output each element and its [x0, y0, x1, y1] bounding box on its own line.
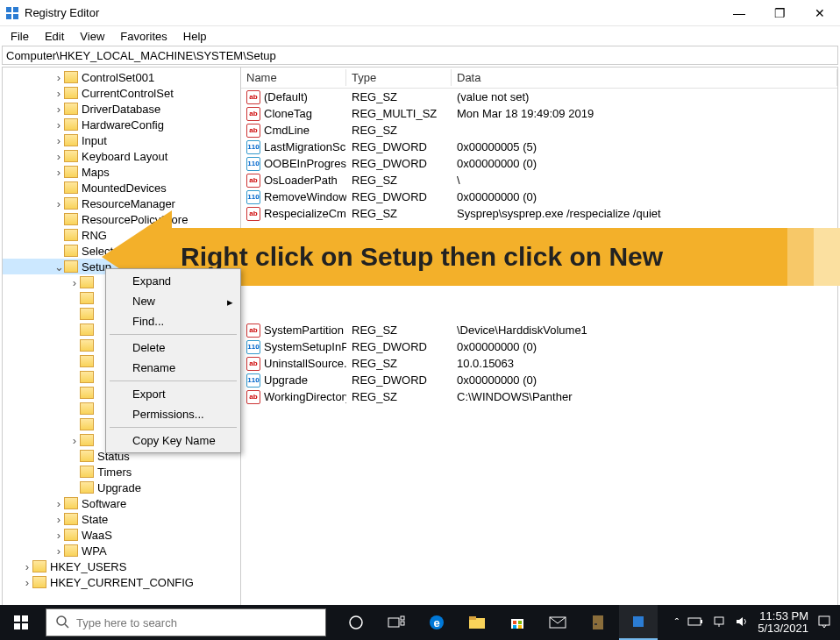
- close-button[interactable]: ✕: [800, 0, 840, 26]
- menu-favorites[interactable]: Favorites: [113, 28, 174, 45]
- expand-icon[interactable]: ›: [53, 497, 64, 510]
- mail-icon[interactable]: [538, 605, 577, 640]
- menu-file[interactable]: File: [4, 28, 36, 45]
- app-icon-1[interactable]: [579, 605, 617, 640]
- value-name: CloneTag: [264, 107, 312, 120]
- taskbar-search[interactable]: Type here to search: [46, 608, 326, 636]
- tree-item[interactable]: ›Software: [3, 495, 240, 511]
- value-row[interactable]: abWorkingDirectoryREG_SZC:\WINDOWS\Panth…: [241, 388, 837, 405]
- value-name: OOBEInProgress: [264, 157, 346, 170]
- tree-item[interactable]: Upgrade: [3, 480, 240, 495]
- start-button[interactable]: [0, 605, 42, 640]
- context-item-export[interactable]: Export: [108, 384, 238, 404]
- tray-network-icon[interactable]: [712, 615, 726, 630]
- address-bar[interactable]: Computer\HKEY_LOCAL_MACHINE\SYSTEM\Setup: [2, 46, 838, 65]
- expand-icon[interactable]: ›: [53, 166, 64, 179]
- context-item-rename[interactable]: Rename: [108, 358, 238, 378]
- context-item-delete[interactable]: Delete: [108, 338, 238, 358]
- folder-icon: [64, 103, 78, 115]
- value-name: RespecializeCm...: [264, 207, 346, 220]
- value-row[interactable]: abRespecializeCm...REG_SZSysprep\sysprep…: [241, 205, 837, 222]
- tree-item[interactable]: ›ControlSet001: [3, 69, 240, 85]
- expand-icon[interactable]: ›: [69, 434, 80, 447]
- tree-item-label: Keyboard Layout: [82, 150, 167, 163]
- cortana-icon[interactable]: [337, 605, 375, 640]
- tree-item[interactable]: Select: [3, 243, 240, 259]
- column-header-name[interactable]: Name: [241, 69, 346, 86]
- tree-item[interactable]: ›WPA: [3, 543, 240, 558]
- tree-item[interactable]: ›Keyboard Layout: [3, 148, 240, 164]
- minimize-button[interactable]: —: [719, 0, 759, 26]
- tray-chevron-icon[interactable]: ˆ: [675, 616, 679, 629]
- expand-icon[interactable]: ›: [53, 150, 64, 163]
- value-row[interactable]: 110LastMigrationSc...REG_DWORD0x00000005…: [241, 139, 837, 155]
- folder-icon: [32, 560, 46, 572]
- tray-date[interactable]: 5/13/2021: [758, 622, 808, 635]
- expand-icon[interactable]: ›: [22, 560, 32, 573]
- folder-icon: [64, 87, 78, 99]
- menu-view[interactable]: View: [73, 28, 111, 45]
- value-row[interactable]: abCloneTagREG_MULTI_SZMon Mar 18 19:49:0…: [241, 105, 837, 122]
- tree-item[interactable]: MountedDevices: [3, 180, 240, 196]
- task-view-icon[interactable]: [377, 605, 416, 640]
- expand-icon[interactable]: ›: [53, 197, 64, 210]
- expand-icon[interactable]: ›: [69, 276, 80, 289]
- values-pane[interactable]: Name Type Data ab(Default)REG_SZ(value n…: [241, 68, 837, 608]
- context-item-find-[interactable]: Find...: [108, 311, 238, 331]
- file-explorer-icon[interactable]: [458, 605, 496, 640]
- tray-battery-icon[interactable]: [687, 616, 703, 629]
- expand-icon[interactable]: ›: [53, 544, 64, 558]
- tree-item[interactable]: RNG: [3, 227, 240, 243]
- tree-item[interactable]: ›HKEY_USERS: [3, 558, 240, 574]
- menu-help[interactable]: Help: [176, 28, 214, 45]
- expand-icon[interactable]: ›: [53, 118, 64, 132]
- tree-item[interactable]: ›HKEY_CURRENT_CONFIG: [3, 574, 240, 590]
- tree-item[interactable]: ›CurrentControlSet: [3, 85, 240, 101]
- notifications-icon[interactable]: [817, 615, 831, 631]
- value-row[interactable]: 110OOBEInProgressREG_DWORD0x00000000 (0): [241, 155, 837, 172]
- expand-icon[interactable]: ›: [53, 71, 64, 84]
- expand-icon[interactable]: ›: [22, 576, 32, 589]
- context-item-new[interactable]: New▸: [108, 291, 238, 311]
- tray-time[interactable]: 11:53 PM: [758, 610, 808, 622]
- value-row[interactable]: abOsLoaderPathREG_SZ\: [241, 172, 837, 188]
- tree-item[interactable]: ›ResourceManager: [3, 196, 240, 211]
- expand-icon[interactable]: ›: [53, 529, 64, 542]
- tree-item[interactable]: ›State: [3, 511, 240, 527]
- menu-edit[interactable]: Edit: [38, 28, 71, 45]
- expand-icon[interactable]: ›: [53, 513, 64, 526]
- expand-icon[interactable]: ›: [53, 103, 64, 116]
- tree-item[interactable]: ›Maps: [3, 164, 240, 180]
- value-row[interactable]: abSystemPartitionREG_SZ\Device\HarddiskV…: [241, 322, 837, 338]
- maximize-button[interactable]: ❐: [759, 0, 800, 26]
- value-row[interactable]: 110UpgradeREG_DWORD0x00000000 (0): [241, 372, 837, 388]
- tree-item[interactable]: ›WaaS: [3, 527, 240, 543]
- folder-icon: [80, 466, 94, 478]
- tree-item[interactable]: ›DriverDatabase: [3, 101, 240, 117]
- tree-item[interactable]: ›Input: [3, 132, 240, 148]
- context-item-permissions-[interactable]: Permissions...: [108, 404, 238, 424]
- value-row[interactable]: 110RemoveWindow...REG_DWORD0x00000000 (0…: [241, 188, 837, 205]
- expand-icon[interactable]: ›: [53, 134, 64, 147]
- folder-icon: [80, 402, 94, 415]
- column-header-type[interactable]: Type: [346, 69, 452, 86]
- edge-icon[interactable]: e: [417, 605, 456, 640]
- tree-item[interactable]: Timers: [3, 464, 240, 480]
- svg-rect-11: [388, 618, 399, 627]
- value-row[interactable]: ab(Default)REG_SZ(value not set): [241, 89, 837, 105]
- context-item-copy-key-name[interactable]: Copy Key Name: [108, 430, 238, 451]
- expand-icon[interactable]: ›: [53, 87, 64, 100]
- context-item-expand[interactable]: Expand: [108, 271, 238, 291]
- tree-item[interactable]: ›HardwareConfig: [3, 117, 240, 132]
- svg-rect-19: [513, 621, 516, 624]
- value-row[interactable]: abUninstallSource...REG_SZ10.0.15063: [241, 355, 837, 372]
- value-row[interactable]: 110SystemSetupInP...REG_DWORD0x00000000 …: [241, 338, 837, 355]
- store-icon[interactable]: [498, 605, 537, 640]
- tray-volume-icon[interactable]: [735, 615, 749, 630]
- expand-icon[interactable]: ⌄: [53, 260, 64, 274]
- value-row[interactable]: abCmdLineREG_SZ: [241, 122, 837, 139]
- app-icon-2[interactable]: [619, 605, 658, 640]
- svg-rect-24: [593, 615, 603, 629]
- column-header-data[interactable]: Data: [452, 69, 837, 86]
- tree-item[interactable]: ResourcePolicyStore: [3, 211, 240, 227]
